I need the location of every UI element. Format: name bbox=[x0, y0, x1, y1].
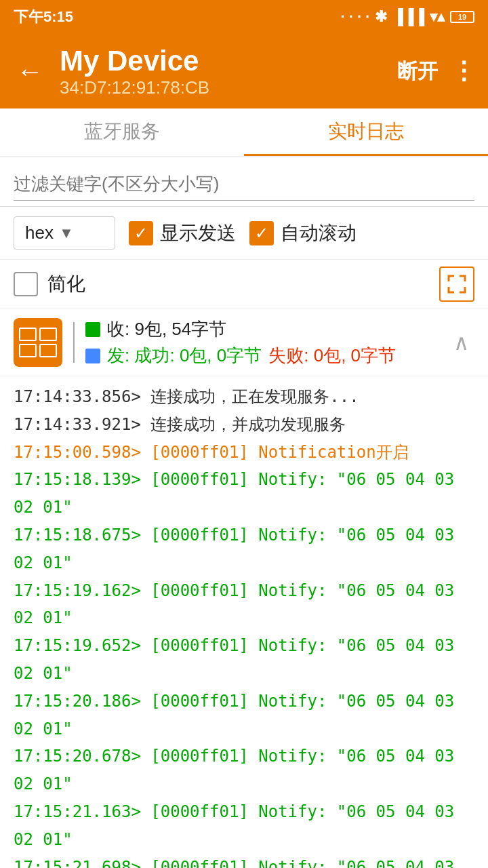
tabs: 蓝牙服务 实时日志 bbox=[0, 108, 488, 157]
log-area: 17:14:33.856> 连接成功，正在发现服务...17:14:33.921… bbox=[0, 376, 488, 868]
filter-input[interactable] bbox=[14, 168, 474, 201]
format-dropdown[interactable]: hex ▼ bbox=[14, 216, 115, 250]
recv-label: 收: 9包, 54字节 bbox=[107, 317, 226, 341]
device-name: My Device bbox=[60, 45, 386, 77]
auto-scroll-label: 自动滚动 bbox=[281, 220, 357, 246]
auto-scroll-checkbox[interactable]: ✓ bbox=[249, 221, 274, 245]
send-fail-label: 失败: 0包, 0字节 bbox=[268, 344, 396, 368]
log-line: 17:15:21.698> [0000ff01] Notify: "06 05 … bbox=[14, 854, 474, 868]
log-line: 17:14:33.921> 连接成功，并成功发现服务 bbox=[14, 411, 474, 439]
show-send-checkbox[interactable]: ✓ bbox=[129, 221, 153, 245]
battery-icon: 19 bbox=[450, 11, 474, 23]
collapse-button[interactable]: ∧ bbox=[448, 324, 474, 361]
status-time: 下午5:15 bbox=[14, 7, 73, 27]
expand-icon[interactable] bbox=[439, 267, 474, 302]
log-line: 17:15:21.163> [0000ff01] Notify: "06 05 … bbox=[14, 798, 474, 854]
log-line: 17:15:18.139> [0000ff01] Notify: "06 05 … bbox=[14, 466, 474, 521]
stats-bar: 收: 9包, 54字节 发: 成功: 0包, 0字节 失败: 0包, 0字节 ∧ bbox=[0, 309, 488, 376]
filter-section bbox=[0, 157, 488, 207]
auto-scroll-group: ✓ 自动滚动 bbox=[249, 220, 357, 246]
simplify-checkbox[interactable] bbox=[14, 272, 38, 296]
simplify-left: 简化 bbox=[14, 271, 85, 297]
log-line: 17:14:33.856> 连接成功，正在发现服务... bbox=[14, 383, 474, 411]
send-dot bbox=[85, 349, 100, 363]
log-line: 17:15:19.652> [0000ff01] Notify: "06 05 … bbox=[14, 632, 474, 688]
simplify-row: 简化 bbox=[0, 260, 488, 309]
app-bar-actions: 断开 ⋮ bbox=[397, 57, 477, 85]
stats-divider bbox=[73, 322, 75, 363]
icon-block-3 bbox=[19, 344, 37, 357]
icon-block-4 bbox=[39, 344, 57, 357]
bluetooth-icon: ✱ bbox=[375, 8, 387, 26]
log-line: 17:15:00.598> [0000ff01] Notification开启 bbox=[14, 439, 474, 467]
signal-dots-icon: · · · · bbox=[340, 8, 369, 26]
signal-bars-icon: ▐▐▐ bbox=[392, 8, 424, 26]
status-right: · · · · ✱ ▐▐▐ ▾▴ 19 bbox=[340, 8, 474, 26]
stats-recv: 收: 9包, 54字节 bbox=[85, 317, 437, 341]
stats-text: 收: 9包, 54字节 发: 成功: 0包, 0字节 失败: 0包, 0字节 bbox=[85, 317, 437, 368]
send-success-label: 发: 成功: 0包, 0字节 bbox=[107, 344, 262, 368]
controls-row: hex ▼ ✓ 显示发送 ✓ 自动滚动 bbox=[0, 207, 488, 260]
app-bar: ← My Device 34:D7:12:91:78:CB 断开 ⋮ bbox=[0, 34, 488, 108]
stats-icon-row-top bbox=[19, 328, 57, 341]
show-send-label: 显示发送 bbox=[160, 220, 236, 246]
icon-block-2 bbox=[39, 328, 57, 341]
tab-realtime-log[interactable]: 实时日志 bbox=[244, 108, 488, 156]
stats-send: 发: 成功: 0包, 0字节 失败: 0包, 0字节 bbox=[85, 344, 437, 368]
show-send-group: ✓ 显示发送 bbox=[129, 220, 236, 246]
status-bar: 下午5:15 · · · · ✱ ▐▐▐ ▾▴ 19 bbox=[0, 0, 488, 34]
more-button[interactable]: ⋮ bbox=[451, 57, 477, 85]
dropdown-arrow-icon: ▼ bbox=[59, 224, 74, 242]
icon-block-1 bbox=[19, 328, 37, 341]
log-line: 17:15:18.675> [0000ff01] Notify: "06 05 … bbox=[14, 521, 474, 577]
device-mac: 34:D7:12:91:78:CB bbox=[60, 77, 386, 98]
wifi-icon: ▾▴ bbox=[430, 8, 445, 26]
log-line: 17:15:20.678> [0000ff01] Notify: "06 05 … bbox=[14, 743, 474, 798]
app-bar-title: My Device 34:D7:12:91:78:CB bbox=[60, 45, 386, 98]
tab-bluetooth-service[interactable]: 蓝牙服务 bbox=[0, 108, 244, 156]
recv-dot bbox=[85, 322, 100, 337]
simplify-label: 简化 bbox=[47, 271, 85, 297]
log-line: 17:15:20.186> [0000ff01] Notify: "06 05 … bbox=[14, 688, 474, 743]
stats-icon-row-bottom bbox=[19, 344, 57, 357]
format-label: hex bbox=[25, 222, 54, 243]
disconnect-button[interactable]: 断开 bbox=[397, 58, 438, 85]
back-button[interactable]: ← bbox=[11, 51, 49, 92]
log-line: 17:15:19.162> [0000ff01] Notify: "06 05 … bbox=[14, 577, 474, 633]
stats-icon-box bbox=[14, 318, 62, 367]
